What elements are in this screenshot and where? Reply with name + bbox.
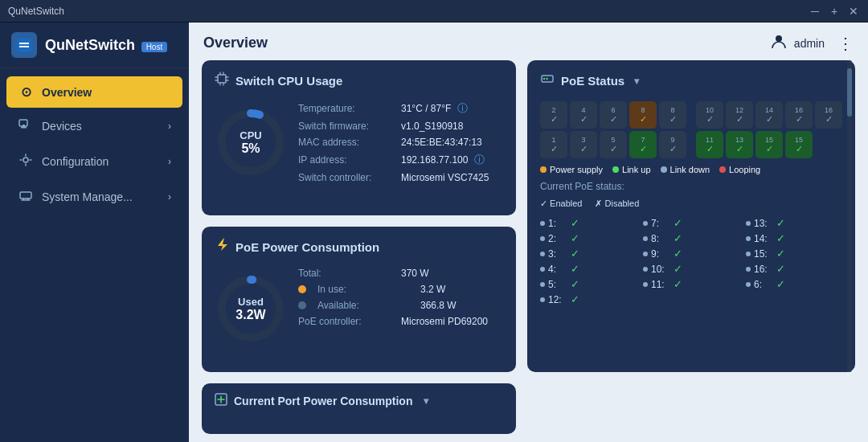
firmware-value: v1.0_S190918 xyxy=(401,121,463,132)
poe-status-icon xyxy=(540,72,555,90)
port-status-7: 7: ✓ xyxy=(643,217,739,229)
port-tick-15: ✓ xyxy=(776,248,785,260)
scroll-track xyxy=(847,60,852,372)
port-dot-3 xyxy=(540,252,545,256)
app-name: QuNetSwitch xyxy=(45,37,135,53)
port-8b[interactable]: 8✓ xyxy=(659,101,686,129)
user-name: admin xyxy=(794,37,825,50)
port-12[interactable]: 12✓ xyxy=(726,101,753,129)
port-11[interactable]: 11✓ xyxy=(696,131,723,158)
poe-status-title: PoE Status ▾ xyxy=(540,72,842,90)
port-num-9: 9: xyxy=(651,248,670,260)
port-tick-16: ✓ xyxy=(776,263,785,275)
legend-power-supply-label: Power supply xyxy=(550,165,603,174)
port-power-dropdown[interactable]: ▾ xyxy=(424,395,428,407)
poe-power-label: PoE Power Consumption xyxy=(235,240,379,254)
legend-link-up: Link up xyxy=(612,165,650,174)
port-dot-15 xyxy=(746,252,751,256)
port-5[interactable]: 5✓ xyxy=(600,131,627,158)
port-4[interactable]: 4✓ xyxy=(570,101,597,129)
port-tick-7: ✓ xyxy=(674,217,682,229)
ip-value: 192.168.77.100 xyxy=(401,154,468,166)
port-power-card: Current Port Power Consumption ▾ xyxy=(202,383,516,434)
svg-point-14 xyxy=(546,78,547,80)
inuse-dot xyxy=(298,285,306,293)
poe-avail-label: Available: xyxy=(317,300,414,311)
poe-inuse-row: In use: 3.2 W xyxy=(298,284,503,295)
port-dot-16 xyxy=(746,267,751,272)
scroll-thumb[interactable] xyxy=(847,68,852,117)
controller-value: Microsemi VSC7425 xyxy=(401,172,489,183)
port-1[interactable]: 1✓ xyxy=(540,131,567,158)
port-dot-5 xyxy=(540,282,545,287)
info-row-temp: Temperature: 31°C / 87°F ⓘ xyxy=(298,101,503,116)
poe-status-label: PoE Status xyxy=(561,74,624,88)
ip-info-icon[interactable]: ⓘ xyxy=(474,153,485,167)
port-6[interactable]: 6✓ xyxy=(600,101,627,129)
title-bar-title: QuNetSwitch xyxy=(8,6,64,17)
main-body: Switch CPU Usage CPU 5% xyxy=(189,60,868,442)
cpu-percent: 5% xyxy=(240,141,261,156)
port-power-title: Current Port Power Consumption ▾ xyxy=(215,393,503,408)
legend-dot-gray xyxy=(661,166,667,173)
port-num-14: 14: xyxy=(754,233,773,244)
disabled-label: ✗ Disabled xyxy=(595,198,639,209)
port-tick-8: ✓ xyxy=(674,232,682,244)
poe-gauge: Used 3.2W xyxy=(215,272,287,345)
sidebar-item-configuration[interactable]: Configuration › xyxy=(6,145,182,178)
cpu-info-table: Temperature: 31°C / 87°F ⓘ Switch firmwa… xyxy=(298,101,503,188)
port-row-top: 2✓ 4✓ 6✓ 8✓ 8✓ 10✓ 12✓ 14✓ 16✓ 16✓ xyxy=(540,101,842,129)
current-poe-status-label: Current PoE status: xyxy=(540,181,842,192)
overview-label: Overview xyxy=(42,86,171,99)
poe-status-dropdown[interactable]: ▾ xyxy=(634,76,639,87)
port-num-13: 13: xyxy=(754,218,773,229)
app-logo xyxy=(11,32,37,58)
sidebar-item-overview[interactable]: ⊙ Overview xyxy=(6,76,182,108)
page-title: Overview xyxy=(203,35,268,51)
sidebar-nav: ⊙ Overview Devices › Configuration › xyxy=(0,68,189,215)
port-status-16: 16: ✓ xyxy=(746,263,842,275)
main-content: Overview admin ⋮ Switch CPU Usage xyxy=(189,23,868,442)
user-area: admin xyxy=(770,32,825,54)
port-tick-9: ✓ xyxy=(674,248,682,260)
port-16b[interactable]: 16✓ xyxy=(815,101,842,129)
poe-used-label: Used xyxy=(235,296,265,308)
port-8a[interactable]: 8✓ xyxy=(629,101,657,129)
sidebar-item-system[interactable]: System Manage... › xyxy=(6,180,182,214)
minimize-button[interactable]: ─ xyxy=(809,5,821,18)
legend-looping-label: Looping xyxy=(729,165,760,174)
port-status-9: 9: ✓ xyxy=(643,248,739,260)
port-16a[interactable]: 16✓ xyxy=(785,101,813,129)
port-tick-3: ✓ xyxy=(571,248,579,260)
port-14[interactable]: 14✓ xyxy=(755,101,783,129)
sidebar-item-devices[interactable]: Devices › xyxy=(6,109,182,143)
port-15b[interactable]: 15✓ xyxy=(785,131,813,158)
port-gap xyxy=(689,101,694,129)
maximize-button[interactable]: + xyxy=(828,5,841,18)
cpu-label: CPU xyxy=(240,129,261,141)
poe-controller-label: PoE controller: xyxy=(298,316,395,327)
overview-icon: ⊙ xyxy=(18,84,34,100)
app-name-wrap: QuNetSwitch Host xyxy=(45,37,167,54)
poe-inuse-label: In use: xyxy=(317,284,414,295)
close-button[interactable]: ✕ xyxy=(847,5,860,18)
cpu-center-text: CPU 5% xyxy=(240,129,261,156)
port-15a[interactable]: 15✓ xyxy=(755,131,783,158)
port-9b[interactable]: 9✓ xyxy=(659,131,686,158)
title-bar-left: QuNetSwitch xyxy=(8,6,64,17)
port-7[interactable]: 7✓ xyxy=(629,131,657,158)
more-options-button[interactable]: ⋮ xyxy=(837,34,854,53)
port-10[interactable]: 10✓ xyxy=(696,101,723,129)
poe-status-card: PoE Status ▾ 2✓ 4✓ 6✓ 8✓ 8✓ 10✓ 12✓ 14✓ xyxy=(527,60,855,372)
port-visual-grid: 2✓ 4✓ 6✓ 8✓ 8✓ 10✓ 12✓ 14✓ 16✓ 16✓ 1✓ xyxy=(540,101,842,158)
port-dot-10 xyxy=(643,267,648,272)
port-2[interactable]: 2✓ xyxy=(540,101,567,129)
system-label: System Manage... xyxy=(42,190,160,203)
port-13[interactable]: 13✓ xyxy=(726,131,753,158)
port-3[interactable]: 3✓ xyxy=(570,131,597,158)
legend-link-up-label: Link up xyxy=(622,165,650,174)
sidebar-header: QuNetSwitch Host xyxy=(0,23,189,68)
poe-avail-row: Available: 366.8 W xyxy=(298,300,503,311)
temp-info-icon[interactable]: ⓘ xyxy=(457,101,468,116)
header-right: admin ⋮ xyxy=(770,32,854,54)
